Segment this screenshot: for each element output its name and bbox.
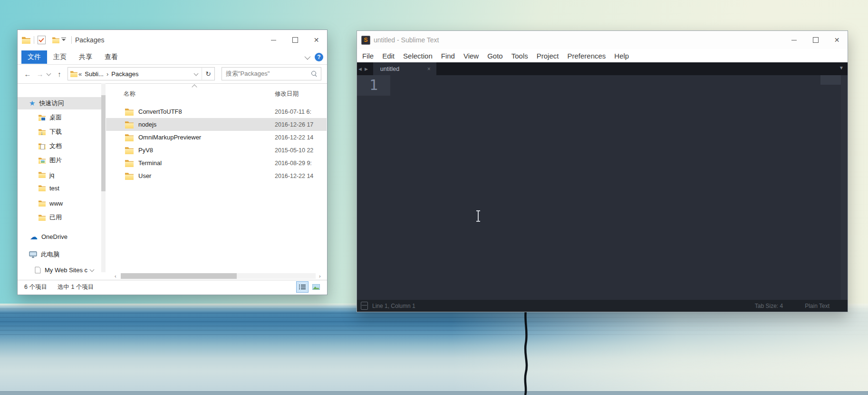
- breadcrumb-parent[interactable]: Subli...: [83, 70, 106, 78]
- sublime-titlebar[interactable]: S untitled - Sublime Text ✕: [357, 31, 848, 49]
- menu-selection[interactable]: Selection: [399, 52, 437, 60]
- file-row-selected[interactable]: nodejs 2016-12-26 17: [106, 118, 327, 131]
- column-header-date[interactable]: 修改日期: [275, 90, 299, 98]
- explorer-window: Packages ✕ 文件 主页 共享 查看 ? ← → ↑ «: [17, 30, 328, 295]
- ribbon-tab-view[interactable]: 查看: [98, 50, 124, 64]
- menu-view[interactable]: View: [459, 52, 483, 60]
- sidebar-item-this-pc[interactable]: 此电脑: [18, 248, 101, 261]
- scroll-left-icon[interactable]: ‹: [115, 273, 116, 279]
- status-mode-icon[interactable]: [361, 302, 368, 310]
- close-button[interactable]: ✕: [826, 31, 848, 49]
- syntax-indicator[interactable]: Plain Text: [805, 303, 829, 309]
- up-button[interactable]: ↑: [53, 70, 66, 78]
- search-icon[interactable]: [311, 71, 317, 77]
- refresh-button[interactable]: ↻: [202, 68, 214, 80]
- close-button[interactable]: ✕: [306, 30, 327, 50]
- editor-scrollbar[interactable]: [841, 75, 848, 300]
- menu-edit[interactable]: Edit: [378, 52, 399, 60]
- breadcrumb-current[interactable]: Packages: [109, 70, 140, 78]
- minimap-viewport[interactable]: [820, 75, 841, 85]
- file-row[interactable]: User 2016-12-22 14: [106, 169, 327, 182]
- sidebar-item-documents[interactable]: 文档: [18, 140, 101, 152]
- sidebar-item-pictures[interactable]: 图片: [18, 154, 101, 167]
- ribbon-tab-share[interactable]: 共享: [73, 50, 98, 64]
- sidebar-item-quick-access[interactable]: ★ 快速访问: [18, 97, 101, 109]
- folder-icon: [125, 159, 134, 167]
- file-row[interactable]: ConvertToUTF8 2016-07-11 6:: [106, 105, 327, 118]
- tab-size-indicator[interactable]: Tab Size: 4: [755, 303, 783, 309]
- menu-help[interactable]: Help: [610, 52, 633, 60]
- sublime-window: S untitled - Sublime Text ✕ File Edit Se…: [357, 30, 848, 312]
- explorer-statusbar: 6 个项目 选中 1 个项目: [18, 280, 327, 294]
- sidebar-item-my-web-sites[interactable]: My Web Sites c: [18, 264, 101, 276]
- maximize-button[interactable]: [805, 31, 826, 49]
- back-button[interactable]: ←: [21, 70, 34, 78]
- address-dropdown-icon[interactable]: [190, 68, 202, 80]
- desktop-folder-icon: [39, 115, 46, 121]
- search-input[interactable]: 搜索"Packages": [222, 67, 321, 80]
- file-name: nodejs: [138, 121, 156, 128]
- sidebar-scrollbar-thumb[interactable]: [101, 95, 106, 191]
- scroll-right-icon[interactable]: ›: [319, 273, 321, 279]
- file-row[interactable]: Terminal 2016-08-29 9:: [106, 157, 327, 169]
- explorer-app-icon: [22, 37, 30, 44]
- ribbon-tab-home[interactable]: 主页: [47, 50, 73, 64]
- minimize-button[interactable]: [783, 31, 805, 49]
- details-view-button[interactable]: [296, 281, 309, 293]
- file-row[interactable]: PyV8 2015-05-10 22: [106, 144, 327, 157]
- forward-button[interactable]: →: [34, 70, 46, 78]
- sidebar-item-www[interactable]: www: [18, 197, 101, 209]
- horizontal-scrollbar-track[interactable]: [121, 273, 316, 279]
- pole-reflection: [516, 305, 537, 395]
- qat-folder-icon[interactable]: [52, 37, 59, 43]
- folder-icon: [125, 108, 134, 115]
- wallpaper-shore: [0, 391, 868, 395]
- menu-preferences[interactable]: Preferences: [563, 52, 610, 60]
- sidebar-item-yiyong[interactable]: 已用: [18, 211, 101, 224]
- folder-icon: [125, 134, 134, 141]
- sidebar-item-onedrive[interactable]: ☁ OneDrive: [18, 230, 101, 243]
- qat-customize-icon[interactable]: [61, 38, 66, 43]
- sidebar-label: www: [49, 200, 63, 207]
- ribbon-collapse-icon[interactable]: [305, 53, 311, 59]
- details-view-icon: [299, 284, 306, 290]
- minimize-button[interactable]: [263, 30, 284, 50]
- file-name: PyV8: [138, 147, 153, 154]
- picture-overlay-icon: [40, 159, 45, 163]
- tab-untitled[interactable]: untitled ×: [373, 62, 436, 75]
- horizontal-scrollbar-thumb[interactable]: [121, 273, 237, 279]
- sidebar-item-test[interactable]: test: [18, 182, 101, 194]
- sort-ascending-icon: [192, 84, 197, 89]
- recent-locations-icon[interactable]: [47, 71, 51, 76]
- chevron-down-icon[interactable]: [90, 267, 95, 272]
- horizontal-scrollbar[interactable]: ‹ ›: [106, 272, 327, 280]
- column-header-name[interactable]: 名称: [124, 90, 135, 98]
- thumbnail-view-button[interactable]: [310, 281, 322, 293]
- tab-list-icon[interactable]: ▼: [839, 65, 844, 70]
- menu-find[interactable]: Find: [437, 52, 459, 60]
- ribbon-tab-bar: 文件 主页 共享 查看 ?: [18, 50, 327, 65]
- tab-scroll-left-icon[interactable]: ◀: [357, 67, 363, 71]
- editor-area[interactable]: 1: [357, 75, 848, 300]
- file-row[interactable]: OmniMarkupPreviewer 2016-12-22 14: [106, 131, 327, 144]
- menu-project[interactable]: Project: [532, 52, 563, 60]
- breadcrumb-collapse[interactable]: «: [77, 70, 83, 78]
- address-bar[interactable]: « Subli... › Packages ↻: [68, 67, 215, 80]
- sidebar-scrollbar[interactable]: [101, 83, 106, 272]
- sidebar-item-jq[interactable]: jq: [18, 168, 101, 181]
- explorer-titlebar[interactable]: Packages ✕: [18, 30, 327, 50]
- qat-checkmark-icon[interactable]: [38, 36, 46, 44]
- chevron-right-icon[interactable]: ›: [106, 70, 109, 78]
- sidebar-label: jq: [49, 171, 54, 178]
- sidebar-item-desktop[interactable]: 桌面: [18, 111, 101, 124]
- menu-file[interactable]: File: [358, 52, 378, 60]
- sidebar-item-downloads[interactable]: ↓ 下载: [18, 126, 101, 138]
- help-button[interactable]: ?: [315, 53, 323, 61]
- search-placeholder: 搜索"Packages": [226, 69, 270, 78]
- menu-goto[interactable]: Goto: [483, 52, 507, 60]
- tab-scroll-right-icon[interactable]: ▶: [363, 67, 369, 71]
- maximize-button[interactable]: [284, 30, 306, 50]
- menu-tools[interactable]: Tools: [507, 52, 532, 60]
- ribbon-tab-file[interactable]: 文件: [21, 50, 47, 64]
- tab-close-icon[interactable]: ×: [427, 66, 431, 72]
